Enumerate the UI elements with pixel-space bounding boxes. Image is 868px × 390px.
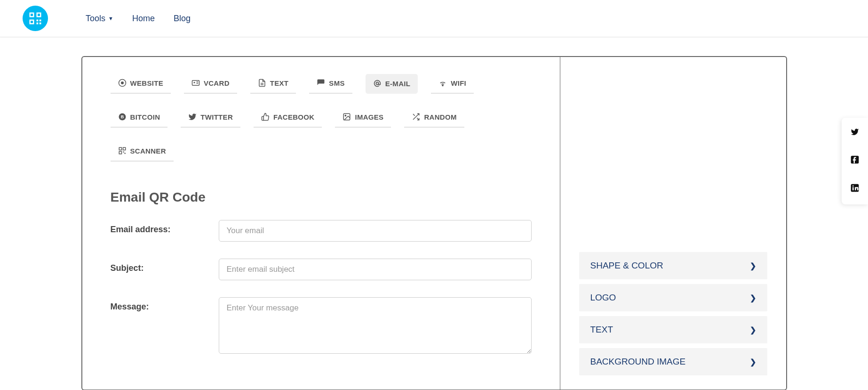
tab-label: TEXT <box>270 79 289 87</box>
linkedin-icon <box>850 183 860 195</box>
wifi-icon <box>438 79 447 87</box>
form-title: Email QR Code <box>111 190 532 205</box>
tab-label: IMAGES <box>355 113 383 121</box>
left-panel: WEBSITEVCARDTEXTSMSE-MAILWIFIBBITCOINTWI… <box>82 57 560 390</box>
message-field[interactable] <box>219 297 532 354</box>
tab-label: SCANNER <box>130 147 166 155</box>
svg-rect-29 <box>119 152 121 154</box>
tab-label: WEBSITE <box>130 79 163 87</box>
twitter-icon <box>851 127 859 139</box>
tab-images[interactable]: IMAGES <box>335 108 391 128</box>
nav-blog[interactable]: Blog <box>174 14 191 24</box>
tab-label: WIFI <box>451 79 466 87</box>
tab-sms[interactable]: SMS <box>309 74 352 94</box>
svg-rect-3 <box>38 14 40 16</box>
chevron-right-icon: ❯ <box>750 358 756 366</box>
caret-down-icon: ▼ <box>108 16 113 21</box>
image-icon <box>342 113 351 121</box>
tab-facebook[interactable]: FACEBOOK <box>254 108 322 128</box>
svg-point-35 <box>852 186 854 187</box>
tab-twitter[interactable]: TWITTER <box>181 108 240 128</box>
thumbs-up-icon <box>261 113 270 121</box>
svg-rect-1 <box>31 14 33 16</box>
nav-home-label: Home <box>132 14 155 24</box>
form-row-message: Message: <box>111 297 532 356</box>
svg-rect-7 <box>40 20 41 22</box>
svg-rect-31 <box>124 153 125 154</box>
tab-label: FACEBOOK <box>273 113 314 121</box>
svg-rect-6 <box>37 20 39 22</box>
brand-logo[interactable] <box>23 6 48 31</box>
svg-rect-8 <box>37 23 39 24</box>
accordion-background-image[interactable]: BACKGROUND IMAGE❯ <box>579 348 767 375</box>
accordion-text[interactable]: TEXT❯ <box>579 316 767 343</box>
tab-label: TWITTER <box>200 113 233 121</box>
at-icon <box>373 79 382 88</box>
bitcoin-icon: B <box>118 113 127 121</box>
svg-point-23 <box>345 115 346 116</box>
main-nav: Tools ▼ Home Blog <box>86 14 191 24</box>
accordion-logo[interactable]: LOGO❯ <box>579 284 767 311</box>
tab-email[interactable]: E-MAIL <box>366 74 418 94</box>
accordion-label: SHAPE & COLOR <box>590 260 663 271</box>
accordion-label: TEXT <box>590 325 613 335</box>
nav-tools[interactable]: Tools ▼ <box>86 14 113 24</box>
form-row-email: Email address: <box>111 220 532 242</box>
accordion-list: SHAPE & COLOR❯LOGO❯TEXT❯BACKGROUND IMAGE… <box>570 252 777 375</box>
svg-text:B: B <box>120 114 124 119</box>
svg-rect-5 <box>31 21 33 23</box>
accordion-label: BACKGROUND IMAGE <box>590 357 686 367</box>
tab-bitcoin[interactable]: BBITCOIN <box>111 108 168 128</box>
accordion-shape-color[interactable]: SHAPE & COLOR❯ <box>579 252 767 279</box>
svg-rect-34 <box>852 187 854 190</box>
svg-line-26 <box>413 114 415 116</box>
nav-tools-label: Tools <box>86 14 105 24</box>
email-field[interactable] <box>219 220 532 242</box>
tab-wifi[interactable]: WIFI <box>431 74 474 94</box>
svg-rect-30 <box>123 152 124 153</box>
qr-icon <box>28 11 42 25</box>
file-icon <box>258 79 266 87</box>
header: Tools ▼ Home Blog <box>0 0 868 37</box>
shuffle-icon <box>412 113 420 121</box>
social-share-panel <box>842 118 868 204</box>
facebook-icon <box>850 155 860 167</box>
social-facebook-button[interactable] <box>847 154 862 169</box>
chrome-icon <box>118 79 127 87</box>
tab-scanner[interactable]: SCANNER <box>111 142 174 162</box>
subject-field[interactable] <box>219 259 532 280</box>
email-label: Email address: <box>111 220 219 242</box>
svg-point-19 <box>442 85 443 86</box>
tab-label: VCARD <box>204 79 230 87</box>
qr-preview-area <box>570 71 777 252</box>
subject-label: Subject: <box>111 259 219 280</box>
tab-text[interactable]: TEXT <box>250 74 296 94</box>
svg-rect-27 <box>119 147 121 150</box>
right-panel: SHAPE & COLOR❯LOGO❯TEXT❯BACKGROUND IMAGE… <box>560 57 786 390</box>
tab-label: E-MAIL <box>385 80 410 88</box>
svg-point-13 <box>193 82 195 83</box>
social-twitter-button[interactable] <box>847 125 862 140</box>
chevron-right-icon: ❯ <box>750 325 756 334</box>
tab-label: RANDOM <box>424 113 456 121</box>
svg-point-11 <box>121 81 124 84</box>
chevron-right-icon: ❯ <box>750 293 756 302</box>
sms-icon <box>317 79 325 87</box>
qr-icon <box>118 146 127 155</box>
form-row-subject: Subject: <box>111 259 532 280</box>
message-label: Message: <box>111 297 219 356</box>
id-card-icon <box>191 79 200 87</box>
social-linkedin-button[interactable] <box>847 182 862 197</box>
tab-website[interactable]: WEBSITE <box>111 74 171 94</box>
tab-vcard[interactable]: VCARD <box>184 74 237 94</box>
tab-label: BITCOIN <box>130 113 160 121</box>
twitter-icon <box>188 113 197 121</box>
nav-blog-label: Blog <box>174 14 191 24</box>
main-panel: WEBSITEVCARDTEXTSMSE-MAILWIFIBBITCOINTWI… <box>81 56 787 390</box>
tab-random[interactable]: RANDOM <box>404 108 464 128</box>
svg-rect-28 <box>123 147 125 150</box>
chevron-right-icon: ❯ <box>750 261 756 270</box>
tab-label: SMS <box>329 79 344 87</box>
svg-rect-9 <box>40 23 41 24</box>
nav-home[interactable]: Home <box>132 14 155 24</box>
